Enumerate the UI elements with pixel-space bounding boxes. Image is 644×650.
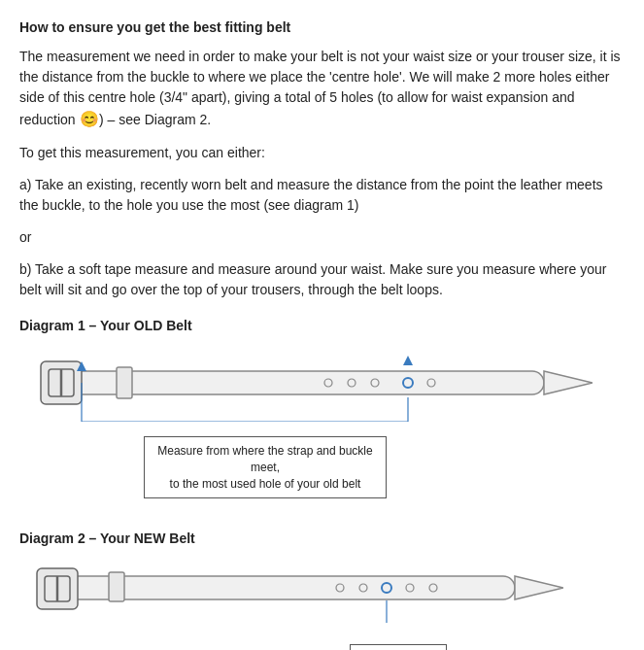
diagram1-container: Measure from where the strap and buckle … <box>19 344 625 499</box>
diagram1-belt-svg <box>19 344 593 422</box>
callout1-line2: to the most used hole of your old belt <box>170 477 361 491</box>
or-text: or <box>19 227 625 248</box>
diagram2-callout: Centre Hole <box>350 644 447 650</box>
option-a: a) Take an existing, recently worn belt … <box>19 175 625 216</box>
svg-marker-9 <box>403 356 413 365</box>
diagram1-callout: Measure from where the strap and buckle … <box>144 436 387 498</box>
svg-marker-20 <box>515 576 563 599</box>
svg-rect-16 <box>63 576 515 599</box>
diagram2-section: Diagram 2 – Your NEW Belt Centre Ho <box>19 529 625 650</box>
diagram1-section: Diagram 1 – Your OLD Belt <box>19 316 625 499</box>
instruction-lead: To get this measurement, you can either: <box>19 143 625 163</box>
intro-paragraph: The measurement we need in order to make… <box>19 47 625 131</box>
page-title: How to ensure you get the best fitting b… <box>19 19 625 35</box>
option-b: b) Take a soft tape measure and measure … <box>19 259 625 300</box>
svg-marker-4 <box>544 371 593 394</box>
diagram1-title: Diagram 1 – Your OLD Belt <box>19 316 625 336</box>
svg-rect-26 <box>109 572 124 601</box>
diagram2-belt-svg <box>19 557 563 625</box>
intro-suffix: ) – see Diagram 2. <box>99 112 211 127</box>
smiley-icon: 😊 <box>76 111 99 127</box>
callout1-line1: Measure from where the strap and buckle … <box>157 444 372 474</box>
diagram2-title: Diagram 2 – Your NEW Belt <box>19 529 625 549</box>
svg-rect-0 <box>68 371 544 394</box>
diagram2-container: Centre Hole <box>19 557 625 650</box>
svg-rect-11 <box>117 367 132 398</box>
